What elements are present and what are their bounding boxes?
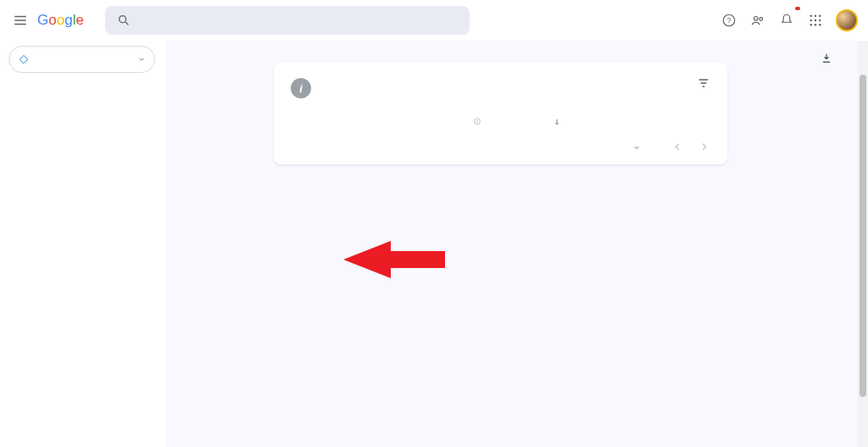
- scrollbar[interactable]: [858, 41, 868, 447]
- sort-down-icon[interactable]: [553, 118, 561, 126]
- apps-icon[interactable]: [807, 12, 824, 29]
- download-icon: [821, 53, 832, 64]
- notifications-icon[interactable]: [778, 12, 795, 29]
- logo: Google: [37, 12, 86, 29]
- url-inspect-bar[interactable]: [105, 6, 470, 35]
- users-icon[interactable]: [749, 12, 766, 29]
- svg-point-0: [120, 16, 126, 23]
- notifications-badge: [795, 7, 800, 10]
- property-icon: [18, 53, 30, 65]
- search-icon: [117, 14, 131, 27]
- chevron-down-icon: [632, 143, 641, 152]
- svg-point-6: [815, 15, 816, 17]
- svg-text:?: ?: [727, 17, 732, 25]
- svg-point-3: [754, 17, 759, 21]
- help-icon[interactable]: ?: [721, 12, 737, 29]
- svg-point-5: [810, 15, 812, 17]
- svg-text:?: ?: [476, 120, 479, 124]
- menu-icon[interactable]: [10, 10, 31, 31]
- export-button[interactable]: [821, 53, 837, 64]
- property-selector[interactable]: [8, 46, 155, 73]
- rows-per-page-select[interactable]: [629, 143, 641, 152]
- svg-point-9: [815, 20, 816, 21]
- sidebar: [0, 41, 165, 447]
- table-footer: [274, 132, 727, 158]
- prev-page-button[interactable]: [671, 141, 683, 154]
- svg-marker-16: [343, 241, 445, 278]
- svg-point-7: [819, 15, 821, 17]
- svg-point-10: [819, 20, 821, 21]
- annotation-arrow: [343, 236, 445, 286]
- chevron-down-icon: [137, 55, 146, 64]
- reasons-card: i ?: [274, 63, 727, 165]
- table-header: ?: [274, 109, 727, 132]
- svg-point-11: [810, 24, 812, 25]
- filter-icon[interactable]: [697, 76, 710, 92]
- svg-point-13: [819, 24, 821, 25]
- account-avatar[interactable]: [836, 9, 858, 31]
- next-page-button[interactable]: [698, 141, 710, 154]
- svg-point-8: [810, 20, 812, 21]
- scrollbar-thumb[interactable]: [860, 75, 866, 397]
- svg-point-12: [815, 24, 816, 25]
- info-icon: i: [291, 78, 311, 98]
- url-inspect-input[interactable]: [141, 14, 458, 27]
- help-small-icon[interactable]: ?: [473, 117, 481, 126]
- svg-point-4: [760, 18, 763, 21]
